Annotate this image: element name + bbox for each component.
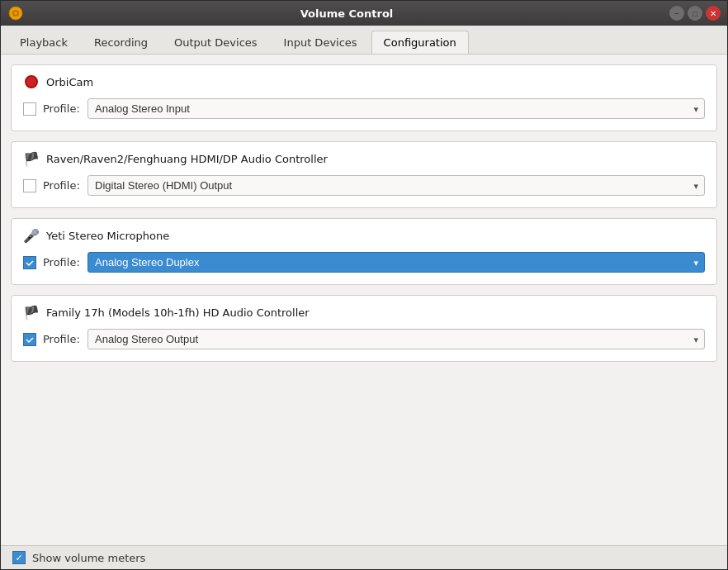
family17h-profile-select[interactable]: Analog Stereo Output: [87, 329, 705, 349]
svg-point-2: [14, 12, 17, 15]
device-orbicam: OrbiCam Profile: Analog Stereo Input ▾: [11, 64, 717, 131]
bottom-bar: Show volume meters: [1, 545, 727, 569]
device-family17h: 🏴 Family 17h (Models 10h-1fh) HD Audio C…: [11, 295, 717, 362]
main-window: Volume Control − □ ✕ Playback Recording …: [0, 0, 728, 570]
orbicam-checkbox[interactable]: [23, 102, 36, 116]
tab-output-devices[interactable]: Output Devices: [162, 31, 270, 54]
family17h-name: Family 17h (Models 10h-1fh) HD Audio Con…: [46, 306, 310, 319]
orbicam-select-wrap: Analog Stereo Input ▾: [87, 98, 705, 119]
family17h-select-wrap: Analog Stereo Output ▾: [87, 329, 705, 349]
yeti-icon: 🎤: [23, 227, 40, 244]
device-raven: 🏴 Raven/Raven2/Fenghuang HDMI/DP Audio C…: [11, 141, 717, 208]
device-orbicam-header: OrbiCam: [23, 74, 705, 90]
tab-input-devices[interactable]: Input Devices: [272, 31, 370, 54]
orbicam-icon: [23, 74, 40, 90]
yeti-profile-row: Profile: Analog Stereo Duplex ▾: [23, 252, 705, 273]
family17h-checkbox[interactable]: [23, 333, 36, 346]
device-family17h-header: 🏴 Family 17h (Models 10h-1fh) HD Audio C…: [23, 304, 705, 321]
family17h-profile-label: Profile:: [43, 333, 81, 345]
tab-playback[interactable]: Playback: [7, 31, 80, 54]
orbicam-profile-row: Profile: Analog Stereo Input ▾: [23, 98, 705, 119]
titlebar: Volume Control − □ ✕: [1, 1, 727, 26]
tab-recording[interactable]: Recording: [82, 31, 160, 54]
raven-name: Raven/Raven2/Fenghuang HDMI/DP Audio Con…: [46, 153, 328, 165]
orbicam-profile-select[interactable]: Analog Stereo Input: [87, 98, 705, 119]
orbicam-name: OrbiCam: [46, 76, 93, 88]
raven-icon: 🏴: [23, 150, 40, 167]
content-area: OrbiCam Profile: Analog Stereo Input ▾ 🏴: [1, 55, 727, 545]
yeti-select-wrap: Analog Stereo Duplex ▾: [87, 252, 705, 273]
family17h-icon: 🏴: [23, 304, 40, 321]
yeti-checkbox[interactable]: [23, 256, 36, 269]
tabs-bar: Playback Recording Output Devices Input …: [1, 26, 727, 55]
raven-profile-row: Profile: Digital Stereo (HDMI) Output ▾: [23, 175, 705, 196]
window-title: Volume Control: [24, 7, 669, 20]
yeti-name: Yeti Stereo Microphone: [46, 230, 169, 242]
app-icon: [7, 5, 24, 21]
raven-profile-select[interactable]: Digital Stereo (HDMI) Output: [87, 175, 705, 196]
window-controls: − □ ✕: [669, 6, 721, 21]
yeti-profile-label: Profile:: [43, 256, 81, 268]
device-yeti-header: 🎤 Yeti Stereo Microphone: [23, 227, 705, 244]
family17h-profile-row: Profile: Analog Stereo Output ▾: [23, 329, 705, 349]
raven-profile-label: Profile:: [43, 179, 81, 192]
raven-checkbox[interactable]: [23, 179, 36, 192]
orbicam-profile-label: Profile:: [43, 102, 81, 115]
minimize-button[interactable]: −: [669, 6, 684, 21]
maximize-button[interactable]: □: [688, 6, 702, 21]
close-button[interactable]: ✕: [706, 6, 721, 21]
device-yeti: 🎤 Yeti Stereo Microphone Profile: Analog…: [11, 218, 717, 285]
yeti-profile-select[interactable]: Analog Stereo Duplex: [87, 252, 705, 273]
show-meters-checkbox[interactable]: [12, 551, 26, 564]
show-meters-label: Show volume meters: [32, 552, 145, 564]
device-raven-header: 🏴 Raven/Raven2/Fenghuang HDMI/DP Audio C…: [23, 150, 705, 167]
raven-select-wrap: Digital Stereo (HDMI) Output ▾: [87, 175, 705, 196]
tab-configuration[interactable]: Configuration: [371, 31, 469, 54]
